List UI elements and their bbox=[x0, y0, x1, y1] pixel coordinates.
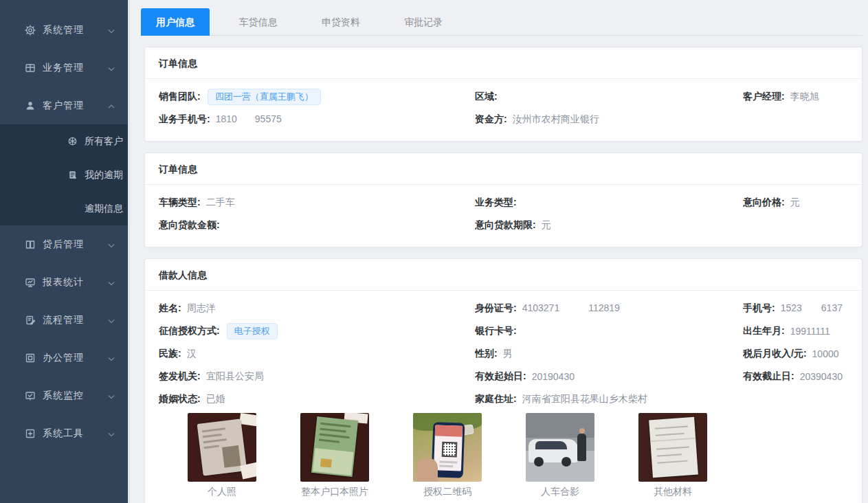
intent-price-value: 元 bbox=[790, 197, 800, 209]
birth-date-value: 19911111 bbox=[790, 326, 830, 337]
sidebar-item-office-management[interactable]: 办公管理 bbox=[0, 339, 128, 377]
chevron-down-icon bbox=[107, 64, 115, 72]
account-manager-label: 客户经理: bbox=[743, 91, 785, 103]
credit-auth-tag: 电子授权 bbox=[227, 323, 278, 339]
chevron-down-icon bbox=[107, 354, 115, 362]
photo-caption: 授权二维码 bbox=[413, 486, 482, 498]
tab-car-loan-info[interactable]: 车贷信息 bbox=[223, 8, 292, 36]
sidebar-item-post-loan-management[interactable]: 贷后管理 bbox=[0, 225, 128, 263]
credit-auth-label: 征信授权方式: bbox=[159, 325, 220, 337]
photo-document-paper-thumbnail[interactable] bbox=[638, 413, 707, 482]
photo-caption: 整本户口本照片 bbox=[300, 486, 369, 498]
business-type-label: 业务类型: bbox=[475, 197, 517, 209]
monthly-income-value: 10000 bbox=[812, 348, 839, 359]
sidebar-item-label: 所有客户 bbox=[85, 135, 123, 148]
sidebar-item-label: 系统管理 bbox=[43, 24, 107, 36]
name-label: 姓名: bbox=[159, 302, 181, 315]
photo-art bbox=[528, 439, 578, 462]
sidebar-item-label: 系统工具 bbox=[43, 427, 107, 440]
chevron-down-icon bbox=[107, 26, 115, 34]
tab-loan-application-docs[interactable]: 申贷资料 bbox=[307, 8, 375, 36]
photo-art bbox=[311, 416, 358, 477]
photo-id-card-thumbnail[interactable] bbox=[188, 413, 256, 482]
photo-art bbox=[649, 417, 698, 478]
grid-icon bbox=[25, 63, 36, 74]
tab-user-info[interactable]: 用户信息 bbox=[141, 8, 210, 36]
mobile-label: 手机号: bbox=[743, 302, 775, 315]
id-number-label: 身份证号: bbox=[475, 302, 517, 315]
loan-term-value: 元 bbox=[542, 219, 551, 232]
nested-square-icon bbox=[25, 353, 36, 364]
sidebar-item-system-monitor[interactable]: 系统监控 bbox=[0, 377, 128, 414]
redaction-patch bbox=[237, 115, 255, 125]
sidebar-item-label: 办公管理 bbox=[43, 352, 107, 364]
gender-label: 性别: bbox=[475, 348, 498, 360]
tab-approval-records[interactable]: 审批记录 bbox=[389, 8, 458, 36]
customer-management-submenu: 所有客户 我的逾期 逾期信息 bbox=[0, 124, 128, 225]
main-content: 用户信息 车贷信息 申贷资料 审批记录 订单信息 销售团队: 四团一营（直属王鹏… bbox=[128, 0, 868, 503]
photo-household-register-thumbnail[interactable] bbox=[300, 413, 369, 482]
sidebar-item-business-management[interactable]: 业务管理 bbox=[0, 49, 128, 87]
sidebar-item-label: 系统监控 bbox=[43, 390, 107, 402]
clipboard-edit-icon bbox=[25, 315, 36, 326]
redaction-patch bbox=[559, 304, 588, 314]
chevron-down-icon bbox=[107, 392, 115, 400]
funder-label: 资金方: bbox=[475, 113, 507, 126]
birth-date-label: 出生年月: bbox=[743, 325, 785, 337]
photo-art bbox=[577, 434, 586, 461]
sidebar-item-report-statistics[interactable]: 报表统计 bbox=[0, 263, 128, 301]
photo-caption: 人车合影 bbox=[526, 486, 594, 498]
sidebar-item-label: 客户管理 bbox=[43, 100, 107, 112]
columns-icon bbox=[25, 239, 36, 250]
gear-icon bbox=[25, 25, 36, 36]
valid-from-label: 有效起始日: bbox=[475, 370, 526, 383]
intent-price-label: 意向价格: bbox=[743, 197, 785, 209]
chevron-down-icon bbox=[107, 429, 115, 438]
borrower-photos bbox=[188, 413, 848, 482]
sidebar-item-label: 业务管理 bbox=[43, 62, 107, 74]
photo-art bbox=[240, 462, 256, 480]
box-plus-icon bbox=[25, 428, 36, 439]
card-title: 借款人信息 bbox=[145, 259, 862, 291]
marital-status-value: 已婚 bbox=[206, 393, 225, 405]
sidebar-item-label: 贷后管理 bbox=[43, 238, 107, 251]
photo-art bbox=[239, 413, 256, 427]
monitor-check-icon bbox=[25, 390, 36, 401]
home-address-value: 河南省宜阳县花果山乡木柴村 bbox=[522, 393, 647, 405]
business-phone-label: 业务手机号: bbox=[159, 113, 210, 126]
sales-team-label: 销售团队: bbox=[159, 91, 201, 103]
photo-captions: 个人照 整本户口本照片 授权二维码 人车合影 其他材料 bbox=[188, 486, 848, 498]
monthly-income-label: 税后月收入/元: bbox=[743, 348, 807, 360]
card-title: 订单信息 bbox=[145, 47, 862, 79]
sidebar: 系统管理 业务管理 客户管理 所有客户 我的逾期 逾期信息 bbox=[0, 0, 128, 503]
sidebar-item-system-management[interactable]: 系统管理 bbox=[0, 11, 128, 49]
ethnicity-value: 汉 bbox=[187, 348, 197, 360]
bank-card-label: 银行卡号: bbox=[475, 325, 517, 337]
sidebar-item-overdue-info[interactable]: 逾期信息 bbox=[0, 192, 128, 225]
wheel-icon bbox=[67, 136, 78, 146]
photo-caption: 其他材料 bbox=[638, 486, 707, 498]
photo-auth-qr-code-thumbnail[interactable] bbox=[413, 413, 482, 482]
sidebar-item-process-management[interactable]: 流程管理 bbox=[0, 301, 128, 339]
vehicle-type-label: 车辆类型: bbox=[159, 197, 201, 209]
photo-person-with-car-thumbnail[interactable] bbox=[526, 413, 594, 482]
mobile-value: 15236137 bbox=[781, 302, 843, 313]
sidebar-item-label: 逾期信息 bbox=[85, 203, 123, 215]
sidebar-item-label: 我的逾期 bbox=[85, 169, 123, 181]
user-icon bbox=[25, 100, 36, 111]
issuing-authority-value: 宜阳县公安局 bbox=[206, 370, 264, 383]
sidebar-item-all-customers[interactable]: 所有客户 bbox=[0, 124, 128, 158]
sidebar-item-my-overdue[interactable]: 我的逾期 bbox=[0, 158, 128, 192]
redaction-patch bbox=[802, 304, 821, 314]
sidebar-item-system-tools[interactable]: 系统工具 bbox=[0, 414, 128, 452]
name-value: 周志洋 bbox=[187, 302, 216, 315]
loan-amount-label: 意向贷款金额: bbox=[159, 219, 220, 232]
document-icon bbox=[67, 170, 78, 180]
sidebar-item-customer-management[interactable]: 客户管理 bbox=[0, 87, 128, 124]
sidebar-item-label: 报表统计 bbox=[43, 276, 107, 289]
chevron-down-icon bbox=[107, 316, 115, 324]
monitor-icon bbox=[25, 277, 36, 288]
region-label: 区域: bbox=[475, 91, 498, 103]
order-info-card-1: 订单信息 销售团队: 四团一营（直属王鹏飞） 区域: 客户经理: 李晓旭 业务手 bbox=[144, 47, 863, 142]
loan-term-label: 意向贷款期限: bbox=[475, 219, 536, 232]
